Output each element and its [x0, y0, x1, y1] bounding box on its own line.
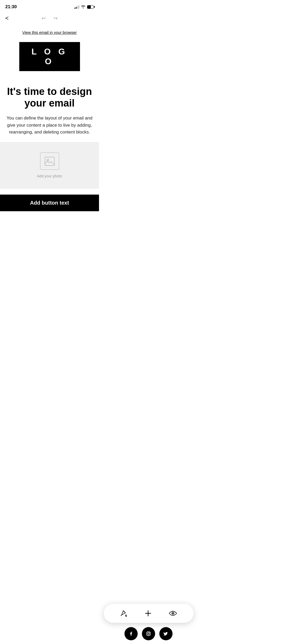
- photo-placeholder-label: Add your photo: [37, 174, 62, 178]
- cta-button[interactable]: Add button text: [0, 195, 99, 211]
- wifi-icon: [81, 5, 86, 9]
- back-button[interactable]: <: [5, 15, 17, 22]
- svg-rect-0: [45, 157, 54, 165]
- signal-icon: [74, 5, 79, 9]
- nav-arrows: ↩ ↪: [42, 15, 58, 21]
- status-time: 21:30: [5, 4, 17, 10]
- photo-block[interactable]: Add your photo: [0, 142, 99, 189]
- email-content: View this email in your browser L O G O …: [0, 25, 99, 136]
- email-headline: It's time to design your email: [5, 86, 94, 109]
- undo-button[interactable]: ↩: [42, 15, 46, 21]
- image-placeholder-icon: [40, 153, 59, 170]
- status-icons: [74, 5, 94, 9]
- logo-block: L O G O: [5, 42, 94, 79]
- view-browser-link[interactable]: View this email in your browser: [22, 30, 77, 35]
- svg-point-1: [47, 159, 49, 161]
- logo-text: L O G O: [31, 47, 68, 66]
- redo-button[interactable]: ↪: [54, 15, 58, 21]
- status-bar: 21:30: [0, 0, 99, 12]
- email-body-text: You can define the layout of your email …: [5, 115, 94, 136]
- battery-icon: [87, 5, 94, 9]
- nav-bar: < ↩ ↪: [0, 12, 99, 25]
